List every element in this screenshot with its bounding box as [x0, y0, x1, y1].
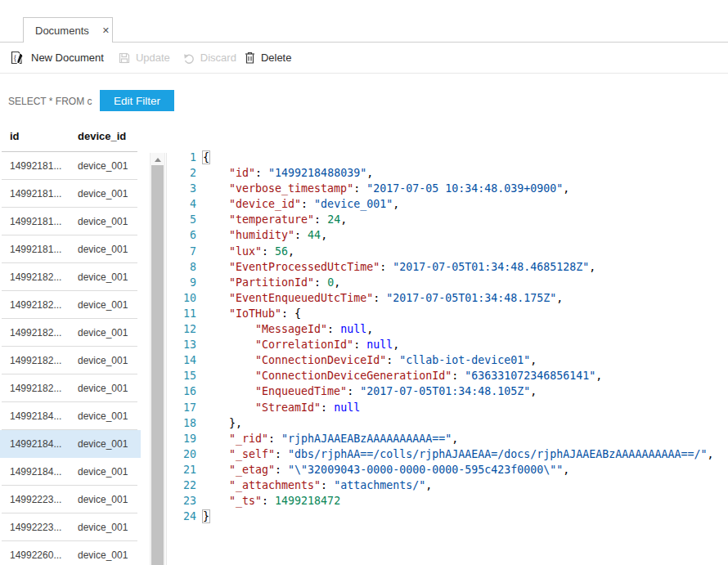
row-device-id: device_001 — [78, 244, 128, 255]
discard-button[interactable]: Discard — [183, 52, 236, 64]
update-label: Update — [136, 52, 170, 64]
document-row[interactable]: 14992184...device_001 — [0, 458, 141, 486]
code-token: 44 — [308, 229, 321, 241]
code-token: : — [314, 276, 327, 289]
editor-line: 24} — [167, 509, 728, 524]
update-button[interactable]: Update — [119, 52, 170, 64]
toolbar-divider — [0, 73, 728, 74]
new-document-label: New Document — [31, 52, 104, 64]
code-token: , — [563, 182, 569, 195]
line-number: 14 — [167, 352, 196, 368]
row-id: 14992182... — [10, 299, 61, 311]
editor-line: 18 }, — [167, 415, 728, 431]
tab-close-icon[interactable]: ✕ — [102, 25, 110, 36]
code-token: , — [563, 464, 569, 476]
editor-line: 21 "_etag": "\"32009043-0000-0000-0000-5… — [167, 462, 728, 478]
document-row[interactable]: 14992182...device_001 — [0, 263, 141, 291]
code-token: "PartitionId" — [229, 276, 314, 289]
code-token: : — [380, 261, 393, 273]
code-token — [203, 245, 229, 258]
row-id: 14992182... — [10, 383, 61, 394]
code-token: , — [393, 339, 399, 351]
line-number: 11 — [167, 306, 196, 321]
code-token: "_self" — [229, 448, 275, 460]
delete-button[interactable]: Delete — [245, 52, 292, 64]
document-row[interactable]: 14992182...device_001 — [0, 347, 141, 374]
code-token: : — [452, 370, 465, 382]
line-number: 4 — [167, 196, 196, 212]
column-header-id[interactable]: id — [10, 130, 20, 142]
document-row[interactable]: 14992182...device_001 — [0, 319, 141, 347]
code-token: null — [334, 401, 360, 414]
code-token: null — [340, 323, 366, 335]
row-id: 14992181... — [10, 244, 61, 255]
document-row[interactable]: 14992182...device_001 — [0, 291, 141, 319]
row-device-id: device_001 — [78, 271, 128, 283]
code-token: "ConnectionDeviceId" — [255, 354, 386, 366]
editor-line: 16 "EnqueuedTime": "2017-07-05T01:34:48.… — [167, 383, 728, 399]
line-number: 17 — [167, 400, 196, 415]
line-number: 12 — [167, 321, 196, 337]
document-row[interactable]: 14992260...device_001 — [0, 541, 141, 565]
row-id: 14992181... — [10, 160, 61, 172]
code-token: "_ts" — [229, 495, 262, 507]
code-token — [203, 495, 229, 507]
editor-line: 3 "verbose_timestamp": "2017-07-05 10:34… — [167, 181, 728, 196]
document-row[interactable]: 14992181...device_001 — [0, 180, 141, 208]
document-row[interactable]: 14992184...device_001 — [0, 430, 141, 458]
row-device-id: device_001 — [78, 327, 128, 339]
row-id: 14992223... — [10, 494, 61, 505]
tab-documents[interactable]: Documents ✕ — [23, 17, 113, 43]
editor-line: 22 "_attachments": "attachments/", — [167, 478, 728, 493]
code-token: "verbose_timestamp" — [229, 182, 353, 195]
code-token: "_attachments" — [229, 479, 321, 491]
new-document-icon: { — [10, 51, 25, 65]
list-scrollbar[interactable] — [150, 153, 165, 565]
row-id: 14992181... — [10, 188, 61, 200]
code-token: "\"32009043-0000-0000-0000-595c423f0000\… — [288, 464, 563, 476]
code-token — [203, 370, 255, 382]
code-token: : — [321, 401, 334, 414]
code-token: 56 — [275, 245, 288, 258]
line-number: 18 — [167, 415, 196, 431]
code-token: : { — [281, 307, 301, 320]
document-row[interactable]: 14992182...device_001 — [0, 374, 141, 402]
scrollbar-up-arrow-icon[interactable] — [155, 158, 161, 162]
filter-query-text: SELECT * FROM c — [8, 96, 92, 107]
code-token: , — [530, 385, 537, 397]
row-id: 14992184... — [10, 410, 61, 422]
code-token: , — [393, 198, 399, 210]
code-token — [203, 292, 229, 304]
editor-line: 13 "CorrelationId": null, — [167, 337, 728, 352]
line-number: 5 — [167, 212, 196, 227]
editor-line: 19 "_rid": "rjphAJAAEABzAAAAAAAAAA==", — [167, 431, 728, 446]
document-row[interactable]: 14992181...device_001 — [0, 152, 141, 180]
editor-line: 10 "EventEnqueuedUtcTime": "2017-07-05T0… — [167, 290, 728, 306]
code-token: "_etag" — [229, 464, 275, 476]
code-token: : — [262, 495, 275, 507]
new-document-button[interactable]: { New Document — [10, 51, 104, 65]
code-token: "StreamId" — [255, 401, 321, 414]
line-number: 1 — [167, 150, 196, 165]
code-token: : — [275, 448, 288, 460]
document-row[interactable]: 14992181...device_001 — [0, 208, 141, 235]
code-token: "device_id" — [229, 198, 301, 210]
document-row[interactable]: 14992223...device_001 — [0, 513, 141, 541]
document-row[interactable]: 14992223...device_001 — [0, 486, 141, 513]
row-device-id: device_001 — [78, 383, 128, 394]
code-token — [203, 339, 255, 351]
document-row[interactable]: 14992184...device_001 — [0, 402, 141, 430]
column-header-device-id[interactable]: device_id — [78, 130, 126, 142]
code-token: , — [556, 292, 563, 304]
code-token: "_rid" — [229, 433, 268, 445]
document-row[interactable]: 14992181...device_001 — [0, 235, 141, 263]
edit-filter-button[interactable]: Edit Filter — [100, 90, 174, 111]
row-device-id: device_001 — [78, 438, 128, 450]
code-token: "IoTHub" — [229, 307, 281, 320]
scrollbar-thumb[interactable] — [151, 165, 164, 565]
row-device-id: device_001 — [78, 355, 128, 366]
code-token: "dbs/rjphAA==/colls/rjphAJAAEAA=/docs/rj… — [288, 448, 707, 460]
row-id: 14992182... — [10, 327, 61, 339]
row-id: 14992260... — [10, 549, 61, 561]
json-editor[interactable]: 1{2 "id": "1499218488039",3 "verbose_tim… — [167, 150, 728, 524]
